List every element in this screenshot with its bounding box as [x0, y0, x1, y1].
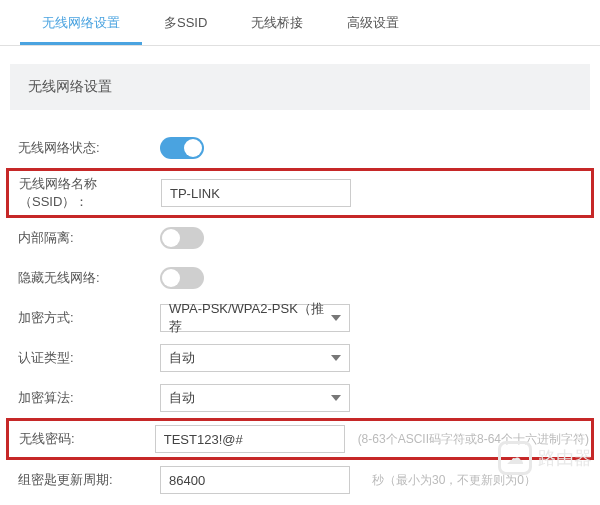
toggle-hide-ssid[interactable]	[160, 267, 204, 289]
row-algorithm: 加密算法: 自动	[10, 378, 590, 418]
label-algorithm: 加密算法:	[10, 389, 160, 407]
row-ssid: 无线网络名称（SSID）：	[6, 168, 594, 218]
label-password: 无线密码:	[11, 430, 155, 448]
select-encryption[interactable]: WPA-PSK/WPA2-PSK（推荐	[160, 304, 350, 332]
row-auth-type: 认证类型: 自动	[10, 338, 590, 378]
row-wireless-status: 无线网络状态:	[10, 128, 590, 168]
tab-wireless-settings[interactable]: 无线网络设置	[20, 0, 142, 45]
tab-multi-ssid[interactable]: 多SSID	[142, 0, 229, 45]
toggle-isolation[interactable]	[160, 227, 204, 249]
toggle-wireless-status[interactable]	[160, 137, 204, 159]
row-rekey: 组密匙更新周期: 秒（最小为30，不更新则为0）	[10, 460, 590, 500]
chevron-down-icon	[331, 315, 341, 321]
input-rekey[interactable]	[160, 466, 350, 494]
select-algorithm[interactable]: 自动	[160, 384, 350, 412]
input-password[interactable]	[155, 425, 345, 453]
tab-wireless-bridge[interactable]: 无线桥接	[229, 0, 325, 45]
hint-rekey: 秒（最小为30，不更新则为0）	[360, 472, 590, 489]
hint-password: (8-63个ASCII码字符或8-64个十六进制字符)	[346, 431, 589, 448]
label-isolation: 内部隔离:	[10, 229, 160, 247]
select-algorithm-value: 自动	[169, 389, 195, 407]
chevron-down-icon	[331, 395, 341, 401]
label-wireless-status: 无线网络状态:	[10, 139, 160, 157]
row-password: 无线密码: (8-63个ASCII码字符或8-64个十六进制字符)	[6, 418, 594, 460]
chevron-down-icon	[331, 355, 341, 361]
select-auth-type-value: 自动	[169, 349, 195, 367]
input-ssid[interactable]	[161, 179, 351, 207]
select-auth-type[interactable]: 自动	[160, 344, 350, 372]
row-isolation: 内部隔离:	[10, 218, 590, 258]
tab-advanced[interactable]: 高级设置	[325, 0, 421, 45]
label-hide-ssid: 隐藏无线网络:	[10, 269, 160, 287]
row-hide-ssid: 隐藏无线网络:	[10, 258, 590, 298]
select-encryption-value: WPA-PSK/WPA2-PSK（推荐	[169, 300, 331, 336]
tab-bar: 无线网络设置 多SSID 无线桥接 高级设置	[0, 0, 600, 46]
label-auth-type: 认证类型:	[10, 349, 160, 367]
wireless-form: 无线网络状态: 无线网络名称（SSID）： 内部隔离: 隐藏无线网络: 加密方式	[0, 110, 600, 505]
row-encryption: 加密方式: WPA-PSK/WPA2-PSK（推荐	[10, 298, 590, 338]
label-rekey: 组密匙更新周期:	[10, 471, 160, 489]
label-encryption: 加密方式:	[10, 309, 160, 327]
section-title: 无线网络设置	[10, 64, 590, 110]
label-ssid: 无线网络名称（SSID）：	[11, 175, 161, 211]
